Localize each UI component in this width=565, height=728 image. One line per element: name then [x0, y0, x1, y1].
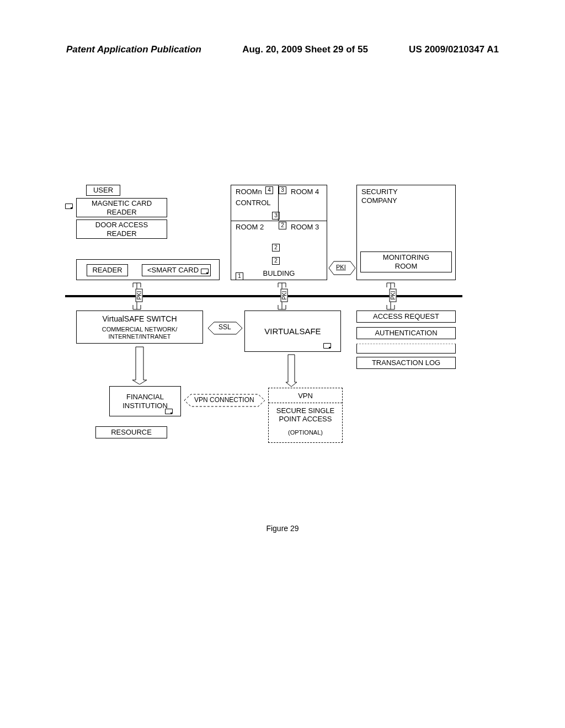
- virtualsafe-box: VIRTUALSAFE: [244, 311, 341, 352]
- access-request-label: ACCESS REQUEST: [373, 312, 439, 321]
- building-box: ROOMn 4 3 ROOM 4 CONTROL 3 ROOM 2 2 ROOM…: [231, 185, 327, 280]
- resource-box: RESOURCE: [95, 426, 167, 438]
- diagram-container: USER MAGNETIC CARD READER DOOR ACCESS RE…: [65, 185, 462, 494]
- num-1: 1: [236, 272, 243, 280]
- room2-label: ROOM 2: [236, 223, 264, 232]
- user-label: USER: [93, 186, 113, 195]
- virtualsafe-card-icon: [323, 343, 331, 349]
- access-request-box: ACCESS REQUEST: [356, 311, 456, 323]
- control-label: CONTROL: [236, 199, 271, 207]
- magnetic-card-reader-box: MAGNETIC CARD READER: [76, 198, 167, 217]
- financial-card-icon: [165, 409, 173, 414]
- vpn-conn-label: VPN CONNECTION: [194, 396, 254, 404]
- card-slot-icon: [65, 204, 73, 209]
- security-company-label: SECURITY COMPANY: [361, 188, 398, 205]
- building-divider-v: [278, 185, 279, 221]
- authentication-label: AUTHENTICATION: [375, 329, 437, 338]
- monitoring-room-label: MONITORING ROOM: [383, 253, 429, 270]
- thick-bar: [65, 295, 462, 297]
- room3-label: ROOM 3: [291, 223, 319, 232]
- building-divider-h: [231, 221, 327, 221]
- vswitch-sub: COMMERCIAL NETWORK/ INTERNET/INTRANET: [77, 326, 202, 340]
- vpn-box: VPN SECURE SINGLE POINT ACCESS (OPTIONAL…: [268, 388, 343, 443]
- pki-hex-label: PKI: [336, 264, 346, 271]
- num-2b: 2: [272, 244, 280, 251]
- virtualsafe-label: VIRTUALSAFE: [264, 326, 321, 336]
- smart-card-icon: [201, 269, 209, 274]
- roomn-label: ROOMn: [236, 188, 262, 196]
- smart-card-label: <SMART CARD: [147, 266, 199, 275]
- reader-group: READER <SMART CARD: [76, 259, 220, 280]
- room4-label: ROOM 4: [291, 188, 319, 196]
- num-2c: 2: [272, 257, 280, 265]
- auth-sub-box: [356, 344, 456, 354]
- vpn-label: VPN: [269, 392, 342, 400]
- security-company-box: SECURITY COMPANY MONITORING ROOM: [356, 185, 456, 280]
- header-right: US 2009/0210347 A1: [409, 44, 499, 55]
- door-access-reader-box: DOOR ACCESS READER: [76, 220, 167, 239]
- pki-label-left: PKI: [136, 288, 143, 302]
- header-left: Patent Application Publication: [66, 44, 201, 55]
- page-header: Patent Application Publication Aug. 20, …: [0, 44, 565, 55]
- financial-institution-box: FINANCIAL INSTITUTION: [109, 386, 181, 416]
- optional-label: (OPTIONAL): [269, 429, 342, 436]
- vswitch-title: VirtualSAFE SWITCH: [77, 314, 202, 324]
- down-arrow-left: [131, 346, 148, 384]
- vpn-divider: [269, 403, 342, 403]
- ssl-label: SSL: [218, 323, 231, 331]
- secure-single-label: SECURE SINGLE POINT ACCESS: [269, 406, 342, 424]
- pki-label-center: PKI: [281, 288, 288, 302]
- smart-card-box: <SMART CARD: [142, 264, 211, 276]
- transaction-log-box: TRANSACTION LOG: [356, 357, 456, 369]
- reader-label: READER: [92, 266, 122, 275]
- pki-label-right: PKI: [390, 288, 397, 302]
- figure-caption: Figure 29: [0, 524, 565, 533]
- down-arrow-center: [285, 354, 298, 387]
- resource-label: RESOURCE: [111, 428, 152, 437]
- transaction-log-label: TRANSACTION LOG: [372, 358, 440, 367]
- num-2a: 2: [279, 222, 286, 229]
- authentication-box: AUTHENTICATION: [356, 327, 456, 339]
- virtualsafe-switch-box: VirtualSAFE SWITCH COMMERCIAL NETWORK/ I…: [76, 311, 203, 344]
- monitoring-room-box: MONITORING ROOM: [360, 251, 452, 272]
- door-reader-label: DOOR ACCESS READER: [95, 221, 148, 238]
- user-box: USER: [86, 185, 120, 196]
- header-center: Aug. 20, 2009 Sheet 29 of 55: [242, 44, 368, 55]
- reader-box: READER: [87, 264, 128, 276]
- mag-reader-label: MAGNETIC CARD READER: [92, 199, 152, 216]
- num-3a: 3: [279, 186, 286, 194]
- financial-label: FINANCIAL INSTITUTION: [122, 393, 168, 410]
- num-4a: 4: [265, 186, 273, 194]
- building-label: BULDING: [231, 269, 327, 278]
